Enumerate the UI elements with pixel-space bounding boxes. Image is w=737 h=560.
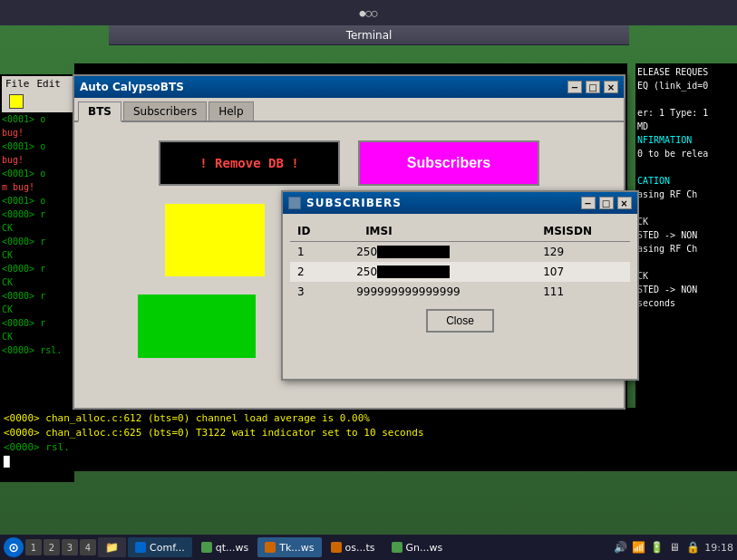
term-cursor: █ <box>4 455 733 469</box>
table-row: 2 250 107 <box>290 262 630 282</box>
taskbar-num-3[interactable]: 3 <box>62 539 78 555</box>
col-imsi: IMSI <box>329 221 525 242</box>
row2-imsi: 250 <box>329 262 525 282</box>
calypso-tabs: BTS Subscribers Help <box>74 98 624 122</box>
gn-label: Gn...ws <box>406 542 443 554</box>
calypso-minimize-btn[interactable]: − <box>567 81 582 93</box>
row3-msisdn: 111 <box>525 282 630 302</box>
row2-id: 2 <box>290 262 329 282</box>
taskbar-num-4[interactable]: 4 <box>80 539 96 555</box>
sub-close-btn-btn[interactable]: × <box>617 197 632 209</box>
qt-icon <box>201 542 212 553</box>
taskbar-right: 🔊 📶 🔋 🖥 🔒 19:18 <box>614 541 733 554</box>
tab-bts[interactable]: BTS <box>78 101 121 122</box>
start-icon: ⊙ <box>8 540 19 555</box>
os-icon <box>331 542 342 553</box>
calypso-title: Auto CalypsoBTS <box>80 81 184 93</box>
col-msisdn: MSISDN <box>525 221 630 242</box>
row1-id: 1 <box>290 242 329 263</box>
col-id: ID <box>290 221 329 242</box>
row2-msisdn: 107 <box>525 262 630 282</box>
subscribers-titlebar: SUBSCRIBERS − □ × <box>283 192 637 214</box>
filemanager-icon: 📁 <box>105 541 119 554</box>
sub-dialog-icon <box>288 197 301 209</box>
subscribers-button[interactable]: Subscribers <box>358 140 539 186</box>
taskbar-num-2[interactable]: 2 <box>44 539 60 555</box>
calypso-window-controls: − □ × <box>567 81 618 93</box>
subscribers-dialog: SUBSCRIBERS − □ × ID IMSI MSISDN 1 250 <box>281 190 639 381</box>
green-block <box>138 294 256 358</box>
terminal-titlebar: Terminal <box>109 25 629 45</box>
edit-menu-left[interactable]: Edit <box>37 78 62 90</box>
row1-imsi: 250 <box>329 242 525 263</box>
terminal-title: Terminal <box>346 29 393 42</box>
subscribers-close-button[interactable]: Close <box>426 309 494 333</box>
subscribers-content: ID IMSI MSISDN 1 250 129 2 250 <box>283 214 637 343</box>
table-row: 1 250 129 <box>290 242 630 263</box>
network-icon[interactable]: 📶 <box>632 541 645 554</box>
lock-icon[interactable]: 🔒 <box>686 541 699 554</box>
tk-label: Tk...ws <box>279 542 314 554</box>
taskbar-item-tk[interactable]: Tk...ws <box>257 537 321 557</box>
subscribers-title: SUBSCRIBERS <box>306 197 402 209</box>
row3-id: 3 <box>290 282 329 302</box>
subscribers-table: ID IMSI MSISDN 1 250 129 2 250 <box>290 221 630 302</box>
volume-icon[interactable]: 🔊 <box>614 541 626 554</box>
calypso-titlebar: Auto CalypsoBTS − □ × <box>74 76 624 98</box>
sub-maximize-btn[interactable]: □ <box>599 197 614 209</box>
bts-icon <box>9 94 24 109</box>
taskbar-num-1[interactable]: 1 <box>25 539 42 555</box>
row1-msisdn: 129 <box>525 242 630 263</box>
taskbar: ⊙ 1 2 3 4 📁 Comf... qt...ws Tk...ws os..… <box>0 535 737 560</box>
taskbar-filemanager[interactable]: 📁 <box>98 537 126 557</box>
gn-icon <box>392 542 402 553</box>
tab-subscribers[interactable]: Subscribers <box>123 101 207 121</box>
os-label: os...ts <box>345 542 375 554</box>
taskbar-item-comf[interactable]: Comf... <box>128 537 192 557</box>
qt-label: qt...ws <box>216 542 249 554</box>
comf-label: Comf... <box>150 542 185 554</box>
top-bar-text: ●○○ <box>360 7 378 19</box>
sub-minimize-btn[interactable]: − <box>581 197 596 209</box>
battery-icon: 🔋 <box>650 541 663 554</box>
taskbar-item-os[interactable]: os...ts <box>324 537 383 557</box>
bottom-terminal: <0000> chan_alloc.c:612 (bts=0) channel … <box>0 408 737 471</box>
term-line-1: <0000> chan_alloc.c:612 (bts=0) channel … <box>4 411 733 426</box>
sub-window-controls: − □ × <box>581 197 632 209</box>
top-bar: ●○○ <box>0 0 737 25</box>
comf-icon <box>135 542 146 553</box>
clock: 19:18 <box>704 542 733 554</box>
monitor-icon: 🖥 <box>668 541 681 554</box>
calypso-buttons: ! Remove DB ! Subscribers <box>159 140 539 186</box>
start-button[interactable]: ⊙ <box>4 537 24 557</box>
row3-imsi: 999999999999999 <box>329 282 525 302</box>
file-menu-left[interactable]: File <box>5 78 30 90</box>
tab-help[interactable]: Help <box>208 101 253 121</box>
term-line-3: <0000> rsl. <box>4 440 733 455</box>
calypso-maximize-btn[interactable]: □ <box>586 81 600 93</box>
taskbar-item-gn[interactable]: Gn...ws <box>384 537 451 557</box>
table-row: 3 999999999999999 111 <box>290 282 630 302</box>
taskbar-item-qt[interactable]: qt...ws <box>194 537 257 557</box>
calypso-close-btn[interactable]: × <box>604 81 618 93</box>
tk-icon <box>265 542 276 553</box>
remove-db-button[interactable]: ! Remove DB ! <box>159 140 340 186</box>
term-line-2: <0000> chan_alloc.c:625 (bts=0) T3122 wa… <box>4 426 733 440</box>
yellow-block <box>165 204 265 276</box>
